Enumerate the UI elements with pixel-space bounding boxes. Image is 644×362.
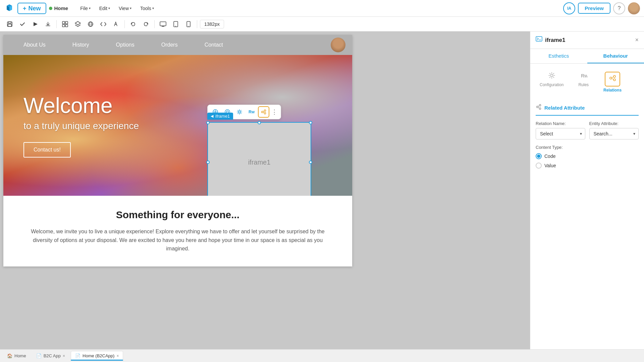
export-button[interactable] bbox=[42, 18, 54, 30]
entity-attribute-label: Entity Attribute: bbox=[589, 121, 639, 126]
help-button[interactable]: ? bbox=[613, 2, 625, 14]
undo-button[interactable] bbox=[127, 18, 139, 30]
field-row: Relation Name: Select ▾ Entity Attribute… bbox=[536, 121, 639, 139]
style-button[interactable] bbox=[110, 18, 122, 30]
file-menu[interactable]: File ▾ bbox=[76, 4, 95, 13]
preview-button[interactable]: Preview bbox=[578, 3, 610, 14]
home-tab[interactable]: Home bbox=[49, 5, 68, 11]
ft-relations-button[interactable] bbox=[258, 106, 269, 118]
bottom-text: Welcome, we invite you to live a unique … bbox=[23, 227, 332, 253]
panel-tabs: Esthetics Behaviour bbox=[530, 49, 644, 64]
entity-attribute-field: Entity Attribute: Search... ▾ bbox=[589, 121, 639, 139]
svg-text:Rw: Rw bbox=[581, 73, 587, 78]
avatar-image bbox=[628, 2, 640, 14]
new-button-label: New bbox=[29, 5, 41, 11]
radio-value[interactable]: Value bbox=[536, 163, 639, 169]
tab-home[interactable]: 🏠 Home bbox=[3, 351, 31, 361]
tools-chevron-icon: ▾ bbox=[152, 6, 154, 10]
nav-contact-label: Contact bbox=[205, 42, 223, 48]
nav-button[interactable] bbox=[85, 18, 96, 30]
components-button[interactable] bbox=[59, 18, 71, 30]
canvas-area[interactable]: About Us History Options Orders Contact bbox=[0, 32, 530, 349]
radio-value-circle[interactable] bbox=[536, 163, 542, 169]
hero-cta-button[interactable]: Contact us! bbox=[23, 142, 71, 158]
nav-orders-label: Orders bbox=[161, 42, 178, 48]
svg-point-29 bbox=[539, 108, 541, 110]
new-button[interactable]: + New bbox=[17, 3, 46, 14]
canvas-width-display[interactable]: 1382px bbox=[200, 20, 224, 28]
relation-name-select-wrapper[interactable]: Select ▾ bbox=[536, 128, 585, 139]
edit-chevron-icon: ▾ bbox=[108, 6, 110, 10]
ft-settings-button[interactable] bbox=[234, 106, 245, 118]
svg-point-19 bbox=[264, 110, 266, 112]
layers-button[interactable] bbox=[72, 18, 84, 30]
tablet-button[interactable] bbox=[170, 18, 181, 30]
svg-rect-9 bbox=[160, 22, 166, 26]
tab-esthetics[interactable]: Esthetics bbox=[530, 49, 587, 63]
hero-section: Welcome to a truly unique experience Con… bbox=[3, 55, 352, 196]
hero-cta-label: Contact us! bbox=[34, 147, 61, 153]
ia-label: IA bbox=[567, 6, 571, 11]
view-menu[interactable]: View ▾ bbox=[115, 4, 136, 13]
nav-avatar bbox=[331, 38, 345, 52]
play-button[interactable] bbox=[30, 18, 41, 30]
content-type-group: Content Type: Code Value bbox=[536, 145, 639, 169]
edit-menu[interactable]: Edit ▾ bbox=[95, 4, 114, 13]
panel-close-button[interactable]: × bbox=[635, 37, 639, 44]
entity-attribute-select-wrapper[interactable]: Search... ▾ bbox=[589, 128, 639, 139]
svg-point-26 bbox=[613, 79, 615, 81]
radio-code[interactable]: Code bbox=[536, 153, 639, 159]
home-tab-label: Home bbox=[54, 5, 68, 11]
sub-tab-rules[interactable]: Rw Rules bbox=[574, 69, 593, 95]
main-area: About Us History Options Orders Contact bbox=[0, 32, 644, 349]
tab-behaviour[interactable]: Behaviour bbox=[587, 49, 644, 63]
b2c-close-icon[interactable]: × bbox=[63, 354, 65, 358]
bottom-title: Something for everyone... bbox=[23, 209, 332, 221]
nav-items: About Us History Options Orders Contact bbox=[10, 35, 331, 55]
code-button[interactable] bbox=[98, 18, 109, 30]
radio-code-circle[interactable] bbox=[536, 153, 542, 159]
iframe-container[interactable]: Rw ⋮ ◀ iframe1 bbox=[207, 122, 311, 196]
entity-attribute-select[interactable]: Search... bbox=[589, 128, 639, 139]
redo-button[interactable] bbox=[140, 18, 152, 30]
tab-behaviour-label: Behaviour bbox=[603, 53, 628, 59]
sep2 bbox=[124, 20, 125, 28]
hero-subtitle: to a truly unique experience bbox=[23, 121, 139, 131]
home-b2c-close-icon[interactable]: × bbox=[116, 354, 119, 358]
tab-b2c-label: B2C App bbox=[44, 353, 61, 358]
relations-icon bbox=[609, 75, 616, 83]
menu-bar: File ▾ Edit ▾ View ▾ Tools ▾ bbox=[76, 4, 158, 13]
nav-item-about[interactable]: About Us bbox=[10, 35, 59, 55]
related-attr-icon bbox=[536, 104, 542, 112]
tab-b2c-app[interactable]: 📄 B2C App × bbox=[32, 351, 69, 361]
ft-rw-button[interactable]: Rw bbox=[246, 106, 257, 118]
desktop-button[interactable] bbox=[157, 18, 169, 30]
ft-more-button[interactable]: ⋮ bbox=[270, 108, 279, 116]
nav-item-history[interactable]: History bbox=[59, 35, 103, 55]
check-button[interactable] bbox=[17, 18, 28, 30]
nav-item-orders[interactable]: Orders bbox=[148, 35, 191, 55]
tab-esthetics-label: Esthetics bbox=[548, 53, 569, 59]
sep3 bbox=[154, 20, 155, 28]
nav-history-label: History bbox=[72, 42, 89, 48]
svg-rect-7 bbox=[65, 24, 68, 27]
save-button[interactable] bbox=[4, 18, 15, 30]
mobile-button[interactable] bbox=[183, 18, 194, 30]
label-arrow-icon: ◀ bbox=[211, 114, 213, 118]
sub-tab-relations[interactable]: Relations bbox=[599, 69, 626, 95]
tools-menu[interactable]: Tools ▾ bbox=[136, 4, 158, 13]
sep4 bbox=[197, 20, 197, 28]
nav-item-contact[interactable]: Contact bbox=[191, 35, 236, 55]
view-menu-label: View bbox=[119, 6, 129, 11]
nav-item-options[interactable]: Options bbox=[103, 35, 148, 55]
iframe-placeholder: iframe1 bbox=[207, 122, 311, 196]
relation-name-select[interactable]: Select bbox=[536, 128, 585, 139]
sub-tab-configuration[interactable]: Configuration bbox=[536, 69, 568, 95]
svg-rect-1 bbox=[8, 22, 11, 23]
edit-menu-label: Edit bbox=[99, 6, 107, 11]
user-avatar[interactable] bbox=[628, 2, 640, 14]
svg-point-18 bbox=[262, 111, 263, 113]
ia-button[interactable]: IA bbox=[563, 2, 575, 14]
preview-label: Preview bbox=[585, 5, 604, 11]
tab-home-b2c[interactable]: 📄 Home (B2CApp) × bbox=[71, 351, 123, 361]
